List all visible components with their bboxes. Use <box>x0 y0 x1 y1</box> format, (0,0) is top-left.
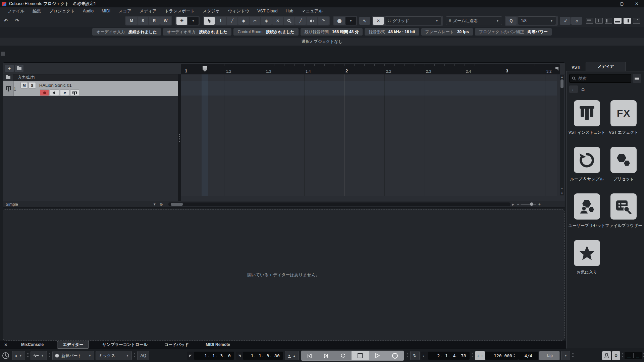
left-locator-value[interactable]: 1. 1. 3. 0 <box>194 352 234 360</box>
pre-roll-icon[interactable]: ↻ <box>410 351 420 360</box>
right-zone-toggle-icon[interactable] <box>624 18 631 24</box>
results-list-icon[interactable] <box>633 74 641 83</box>
erase-tool[interactable]: ◆ <box>238 17 249 25</box>
workspace-grid-icon[interactable] <box>586 18 593 24</box>
zoom-preset-dropdown[interactable]: # ズームに適応 ▼ <box>446 16 502 25</box>
audio-record-mode-dropdown[interactable]: ▼ <box>31 351 47 360</box>
time-signature-display[interactable]: 4/4 <box>518 352 538 360</box>
home-icon[interactable]: ⌂ <box>581 86 585 93</box>
cycle-button[interactable] <box>335 351 352 360</box>
zoom-tool[interactable] <box>284 17 294 25</box>
play-tool[interactable] <box>307 17 317 25</box>
object-selection-tool[interactable] <box>204 17 215 25</box>
time-format-icon[interactable]: ♩ <box>421 352 428 360</box>
tile-favorites[interactable]: お気に入り <box>570 240 604 275</box>
quantize-preset-dropdown[interactable]: 1/8 ▼ <box>518 16 556 25</box>
tile-presets[interactable]: プリセット <box>606 147 641 182</box>
lower-zone-tab[interactable]: コードパッド <box>161 341 192 348</box>
scroll-right-icon[interactable]: ▶ <box>512 203 514 206</box>
menu-item[interactable]: Hub <box>282 8 298 14</box>
track-preset-name[interactable]: Simple <box>6 202 18 207</box>
right-locator[interactable]: ◥ 1. 1. 3. 80 <box>236 352 283 360</box>
mute-all-button[interactable]: M <box>126 17 137 25</box>
menu-item[interactable]: スコア <box>114 7 135 15</box>
quantize-panel-icon[interactable]: e <box>571 17 582 25</box>
primary-time-display[interactable]: ♩ 2. 1. 4. 78 <box>421 352 470 360</box>
zoom-slider-thumb[interactable] <box>530 202 533 206</box>
right-locator-value[interactable]: 1. 1. 3. 80 <box>243 352 283 360</box>
lower-zone-tab[interactable]: サンプラーコントロール <box>99 341 151 348</box>
status-chip[interactable]: 残り録音時間 168 時間 48 分 <box>301 28 363 36</box>
menu-item[interactable]: VST Cloud <box>253 8 281 14</box>
vertical-zoom-icon[interactable]: ✚ <box>560 192 564 195</box>
glue-tool[interactable]: ◈ <box>261 17 272 25</box>
write-automation-button[interactable]: W <box>160 17 171 25</box>
tile-user-presets[interactable]: ユーザープリセット <box>570 193 604 229</box>
track-name[interactable]: HALion Sonic 01 <box>39 83 72 88</box>
quantize-q-icon[interactable]: Q <box>506 17 517 25</box>
tile-vst-instruments[interactable]: VST インスト...ント <box>570 100 604 135</box>
track-row[interactable]: 1 M S HALion Sonic 01 e <box>3 81 179 96</box>
track-solo-button[interactable]: S <box>29 82 36 88</box>
record-mode-dropdown[interactable]: ●▼ <box>12 351 25 360</box>
stop-button[interactable] <box>352 351 369 360</box>
timeline-ruler[interactable]: 1 1.2 1.3 1.4 2 2.2 2.3 2.4 3 3.2 <box>181 64 560 74</box>
menu-item[interactable]: メディア <box>136 7 161 15</box>
minimize-button[interactable]: — <box>600 0 614 7</box>
io-folder-row[interactable]: 入力/出力 <box>3 74 178 81</box>
tile-file-browser[interactable]: ファイルブラウザー <box>606 193 641 229</box>
scroll-down-icon[interactable]: ▼ <box>560 187 564 190</box>
lower-zone-tab[interactable]: MixConsole <box>18 342 47 348</box>
lower-zone-tab[interactable]: エディター <box>57 341 89 349</box>
go-to-end-button[interactable] <box>318 351 335 360</box>
event-display-area[interactable] <box>181 74 557 196</box>
status-chip[interactable]: オーディオ入力 接続されました <box>92 28 161 36</box>
tab-media[interactable]: メディア <box>586 62 626 71</box>
metronome-settings-gear-icon[interactable]: ⚙ <box>612 351 620 360</box>
common-record-modes-icon[interactable] <box>2 352 9 359</box>
punch-in-icon[interactable]: ▼ <box>288 354 291 358</box>
close-lower-zone-icon[interactable]: ✕ <box>4 342 8 347</box>
preset-dropdown-icon[interactable]: ▼ <box>153 202 156 206</box>
setup-toolbar-icon[interactable] <box>633 18 640 24</box>
autoscroll-icon[interactable]: ✚ <box>176 17 187 25</box>
snap-icon[interactable]: ✕ <box>373 17 384 25</box>
edit-instrument-button[interactable] <box>70 89 79 96</box>
menu-item[interactable]: 編集 <box>29 7 45 15</box>
vertical-scroll-thumb[interactable] <box>560 79 564 88</box>
info-line-toggle-icon[interactable] <box>595 18 603 24</box>
punch-in-out-buttons[interactable]: ▼ ▲ <box>285 351 299 360</box>
maximize-button[interactable]: ▢ <box>614 0 629 7</box>
status-chip[interactable]: 録音形式 48 kHz - 16 bit <box>365 28 419 36</box>
scrub-tool[interactable]: ↷ <box>318 17 329 25</box>
menu-item[interactable]: ウィンドウ <box>224 7 253 15</box>
status-chip[interactable]: オーディオ出力 接続されました <box>163 28 232 36</box>
record-enable-button[interactable] <box>40 89 49 96</box>
menu-item[interactable]: プロジェクト <box>45 7 79 15</box>
vertical-scrollbar[interactable]: ▲ ▼ ✚ <box>560 75 564 195</box>
auto-quantize-button[interactable]: AQ <box>137 351 149 360</box>
split-tool[interactable]: ✂ <box>250 17 260 25</box>
zone-divider-handle[interactable] <box>1 52 5 56</box>
menu-item[interactable]: ファイル <box>3 7 29 15</box>
zoom-out-icon[interactable]: − <box>517 202 519 207</box>
undo-icon[interactable]: ↶ <box>0 17 11 25</box>
play-button[interactable] <box>369 351 386 360</box>
metronome-icon[interactable] <box>602 351 611 360</box>
draw-tool[interactable]: ╱ <box>227 17 237 25</box>
edit-channel-button[interactable]: e <box>60 89 69 96</box>
autoscroll-dropdown-icon[interactable]: ▼ <box>188 17 199 25</box>
tap-tempo-button[interactable]: Tap <box>539 351 560 360</box>
left-zone-toggle-icon[interactable] <box>605 18 612 24</box>
tab-vsti[interactable]: VSTi <box>566 64 586 71</box>
menu-item[interactable]: MIDI <box>98 8 114 14</box>
tempo-track-icon[interactable]: ♩↕ <box>475 351 485 360</box>
tempo-dropdown-icon[interactable]: ▼ <box>561 351 570 360</box>
redo-icon[interactable]: ↷ <box>12 17 22 25</box>
menu-item[interactable]: スタジオ <box>199 7 224 15</box>
line-tool[interactable]: ╱ <box>295 17 306 25</box>
status-chip[interactable]: プロジェクトのパン補正 均等パワー <box>475 28 552 36</box>
divider-drag-handle[interactable] <box>179 134 180 142</box>
menu-item[interactable]: トランスポート <box>161 7 199 15</box>
automation-follows-icon[interactable]: ∿ <box>359 17 370 25</box>
